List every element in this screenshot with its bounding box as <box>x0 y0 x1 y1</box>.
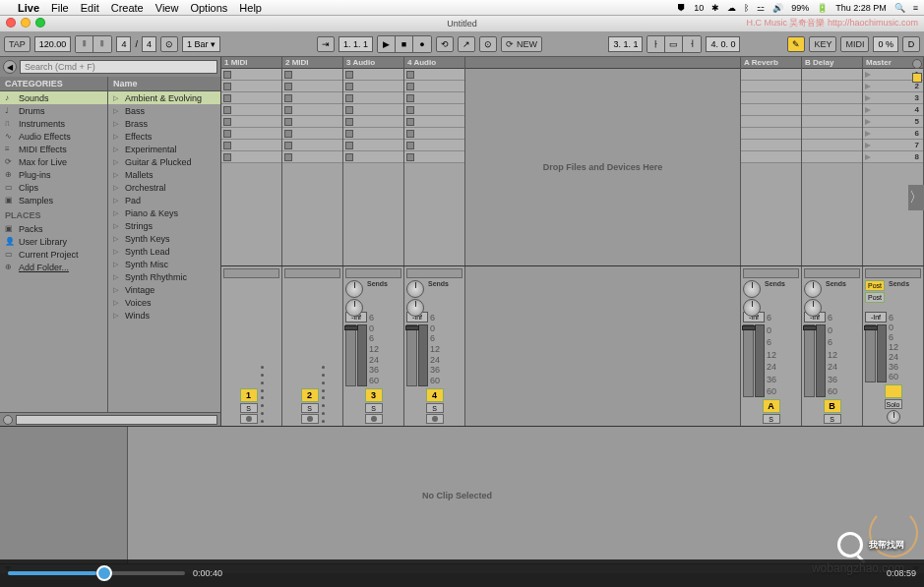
category-max-for-live[interactable]: ⟳Max for Live <box>0 155 107 168</box>
clip-slot[interactable] <box>802 116 862 128</box>
cloud-icon[interactable]: ☁ <box>727 3 736 13</box>
solo-button[interactable]: S <box>824 414 841 424</box>
track-activator[interactable]: A <box>763 399 780 413</box>
io-selector[interactable] <box>406 268 462 278</box>
track-activator[interactable]: 1 <box>240 388 258 402</box>
browser-item[interactable]: ▷Pad <box>108 194 220 206</box>
category-plug-ins[interactable]: ⊕Plug-ins <box>0 168 107 181</box>
clip-slot[interactable] <box>343 128 403 140</box>
clip-slot[interactable] <box>404 92 464 104</box>
clip-slot[interactable] <box>343 116 403 128</box>
metronome-button[interactable]: ⊙ <box>160 36 178 52</box>
time-sig-den[interactable]: 4 <box>142 36 156 52</box>
clip-slot[interactable] <box>404 81 464 92</box>
browser-item[interactable]: ▷Effects <box>108 130 220 143</box>
browser-item[interactable]: ▷Vintage <box>108 283 220 296</box>
clip-slot[interactable] <box>741 104 801 116</box>
track-header[interactable]: A Reverb <box>741 57 801 69</box>
solo-button[interactable]: S <box>365 403 383 413</box>
clip-slot[interactable] <box>282 69 342 81</box>
clip-slot[interactable] <box>221 128 281 140</box>
punch-in-button[interactable]: ⸠ <box>647 36 665 52</box>
send-knob-a[interactable] <box>345 280 363 298</box>
app-menu[interactable]: Live <box>18 2 39 14</box>
place-add-folder-[interactable]: ⊕Add Folder... <box>0 261 107 273</box>
track-activator[interactable]: 4 <box>426 388 444 402</box>
play-button[interactable]: ▶ <box>378 36 396 52</box>
category-audio-effects[interactable]: ∿Audio Effects <box>0 130 107 143</box>
send-knob-a[interactable] <box>743 280 761 298</box>
place-packs[interactable]: ▣Packs <box>0 222 107 235</box>
clip-slot[interactable] <box>404 140 464 151</box>
browser-item[interactable]: ▷Experimental <box>108 143 220 155</box>
clip-slot[interactable] <box>404 151 464 163</box>
browser-item[interactable]: ▷Piano & Keys <box>108 206 220 219</box>
browser-item[interactable]: ▷Brass <box>108 117 220 130</box>
track-header[interactable]: 4 Audio <box>404 57 464 69</box>
key-map-button[interactable]: KEY <box>809 36 836 52</box>
post-button[interactable]: Post <box>865 292 885 303</box>
clip-slot[interactable] <box>282 128 342 140</box>
clip-slot[interactable] <box>802 151 862 163</box>
clip-slot[interactable] <box>282 81 342 92</box>
wifi-icon[interactable]: ⚍ <box>757 3 765 13</box>
arm-button[interactable] <box>240 414 258 424</box>
clip-slot[interactable] <box>343 81 403 92</box>
clip-slot[interactable] <box>802 81 862 92</box>
browser-item[interactable]: ▷Ambient & Evolving <box>108 91 220 104</box>
minimize-window-button[interactable] <box>21 18 31 28</box>
browser-item[interactable]: ▷Strings <box>108 219 220 232</box>
track-header[interactable]: 1 MIDI <box>221 57 281 69</box>
browser-item[interactable]: ▷Voices <box>108 296 220 309</box>
send-knob-a[interactable] <box>406 280 424 298</box>
help-menu[interactable]: Help <box>239 2 262 14</box>
clip-slot[interactable] <box>221 69 281 81</box>
post-button[interactable]: Post <box>865 280 885 291</box>
punch-out-button[interactable]: ⸡ <box>683 36 701 52</box>
category-midi-effects[interactable]: ≡MIDI Effects <box>0 143 107 155</box>
loop-button[interactable]: ▭ <box>665 36 683 52</box>
create-menu[interactable]: Create <box>111 2 144 14</box>
place-current-project[interactable]: ▭Current Project <box>0 248 107 261</box>
clip-slot[interactable] <box>282 140 342 151</box>
solo-button[interactable]: S <box>426 403 444 413</box>
clip-slot[interactable] <box>221 116 281 128</box>
volume-fader[interactable] <box>743 324 754 397</box>
preview-volume[interactable] <box>16 415 217 425</box>
clip-slot[interactable] <box>741 151 801 163</box>
category-drums[interactable]: ♩Drums <box>0 104 107 117</box>
clip-slot[interactable] <box>404 69 464 81</box>
track-activator[interactable]: 3 <box>365 388 383 402</box>
zoom-window-button[interactable] <box>35 18 45 28</box>
midi-map-button[interactable]: MIDI <box>840 36 869 52</box>
stop-button[interactable]: ■ <box>396 36 413 52</box>
loop-start[interactable]: 3. 1. 1 <box>608 36 643 52</box>
volume-display[interactable]: -Inf <box>865 312 887 323</box>
io-section-toggle[interactable] <box>912 59 922 69</box>
record-button[interactable]: ● <box>413 36 431 52</box>
quantize-menu[interactable]: 1 Bar ▾ <box>182 36 220 52</box>
clip-slot[interactable] <box>802 128 862 140</box>
automation-arm-button[interactable]: ↗ <box>458 36 475 52</box>
solo-button[interactable]: S <box>763 414 780 424</box>
clip-slot[interactable] <box>741 69 801 81</box>
clip-slot[interactable] <box>282 116 342 128</box>
solo-button[interactable]: S <box>240 403 258 413</box>
clip-slot[interactable] <box>221 104 281 116</box>
track-activator[interactable]: B <box>824 399 841 413</box>
dropbox-icon[interactable]: ⛊ <box>677 3 686 13</box>
io-selector[interactable] <box>284 268 340 278</box>
category-instruments[interactable]: ⎍Instruments <box>0 117 107 130</box>
volume-icon[interactable]: 🔊 <box>772 3 783 13</box>
overdub-button[interactable]: ⟲ <box>436 36 454 52</box>
browser-item[interactable]: ▷Bass <box>108 104 220 117</box>
io-selector[interactable] <box>804 268 860 278</box>
clip-slot[interactable] <box>741 140 801 151</box>
evernote-icon[interactable]: ✱ <box>711 3 719 13</box>
follow-button[interactable]: ⇥ <box>317 36 335 52</box>
browser-item[interactable]: ▷Synth Keys <box>108 232 220 245</box>
view-menu[interactable]: View <box>155 2 179 14</box>
clock[interactable]: Thu 2:28 PM <box>835 3 887 13</box>
search-input[interactable] <box>20 60 217 74</box>
solo-button[interactable]: S <box>301 403 319 413</box>
